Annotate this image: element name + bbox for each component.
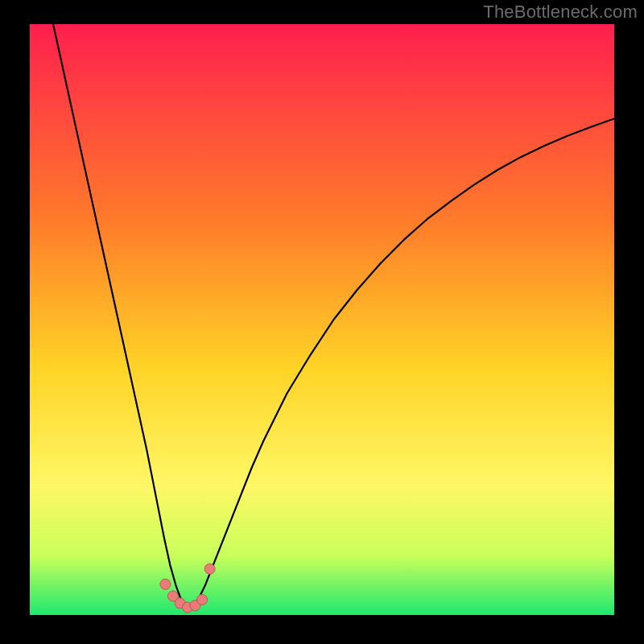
- plot-area: [30, 24, 614, 615]
- chart-frame: TheBottleneck.com: [0, 0, 644, 644]
- highlight-marker: [197, 594, 208, 605]
- highlight-marker: [160, 579, 171, 589]
- highlight-marker: [204, 564, 215, 574]
- attribution-watermark: TheBottleneck.com: [483, 2, 638, 23]
- bottleneck-chart: [30, 24, 614, 615]
